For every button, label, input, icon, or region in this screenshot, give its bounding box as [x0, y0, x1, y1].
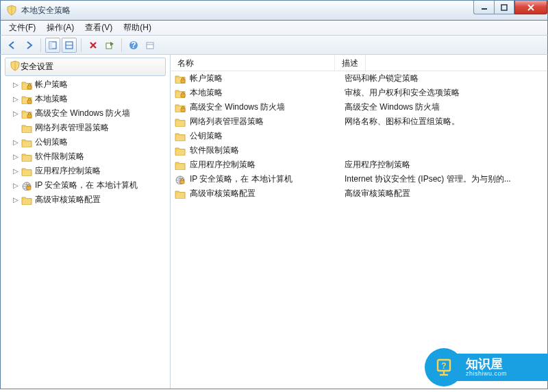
list-cell-name: 高级安全 Windows 防火墙 [188, 101, 342, 113]
tree-item[interactable]: ▷本地策略 [1, 92, 170, 106]
list-cell-name: 软件限制策略 [188, 145, 342, 156]
folder-lock-icon [175, 88, 186, 99]
list-cell-name: 网络列表管理器策略 [188, 116, 342, 127]
list-row[interactable]: 软件限制策略 [171, 143, 547, 158]
expand-icon[interactable]: ▷ [12, 153, 20, 160]
expand-icon[interactable]: ▷ [12, 167, 20, 175]
menu-help[interactable]: 帮助(H) [119, 21, 155, 35]
svg-rect-6 [49, 42, 52, 49]
tree-item-label: 高级审核策略配置 [35, 194, 101, 206]
properties-button[interactable] [142, 38, 158, 53]
list-cell-desc: 应用程序控制策略 [345, 159, 543, 171]
titlebar: 本地安全策略 [0, 0, 548, 21]
list-cell-name: 帐户策略 [188, 73, 342, 84]
folder-icon [175, 145, 186, 156]
tree-item-label: 高级安全 Windows 防火墙 [35, 108, 130, 119]
menu-action[interactable]: 操作(A) [42, 21, 78, 35]
list-row[interactable]: 帐户策略密码和帐户锁定策略 [171, 71, 547, 86]
tree-item[interactable]: 网络列表管理器策略 [1, 121, 170, 135]
column-name[interactable]: 名称 [171, 55, 335, 71]
tree-item-label: 本地策略 [35, 93, 68, 105]
window-controls [473, 1, 547, 16]
tree-item-label: 公钥策略 [35, 136, 68, 148]
tree-item-label: 应用程序控制策略 [35, 165, 101, 177]
svg-rect-12 [147, 42, 153, 49]
list-cell-desc: 高级安全 Windows 防火墙 [345, 101, 543, 113]
toolbar-separator [121, 38, 122, 52]
show-tree-button[interactable] [62, 38, 77, 53]
folder-icon [21, 166, 32, 177]
ipsec-icon [175, 174, 186, 185]
list-cell-name: 本地策略 [188, 87, 342, 99]
tree-item-label: 帐户策略 [35, 79, 68, 90]
app-icon [6, 5, 17, 16]
column-desc[interactable]: 描述 [335, 55, 366, 71]
list-row[interactable]: 高级审核策略配置高级审核策略配置 [171, 186, 547, 201]
tree-root[interactable]: 安全设置 [5, 58, 166, 76]
list-row[interactable]: 公钥策略 [171, 129, 547, 143]
tree-pane[interactable]: 安全设置 ▷帐户策略▷本地策略▷高级安全 Windows 防火墙 网络列表管理器… [1, 55, 171, 389]
expand-icon[interactable]: ▷ [12, 182, 20, 189]
svg-rect-4 [501, 5, 507, 10]
list-cell-desc: 高级审核策略配置 [345, 188, 543, 199]
export-button[interactable] [102, 38, 117, 53]
expand-icon[interactable]: ▷ [12, 95, 20, 103]
list-cell-desc: 密码和帐户锁定策略 [345, 73, 543, 84]
folder-lock-icon [21, 79, 32, 90]
toolbar-separator [81, 38, 82, 52]
tree-item[interactable]: ▷应用程序控制策略 [1, 164, 170, 178]
menu-view[interactable]: 查看(V) [81, 21, 116, 35]
help-button[interactable]: ? [126, 38, 141, 53]
list-cell-desc: 审核、用户权利和安全选项策略 [345, 87, 543, 99]
folder-icon [21, 151, 32, 162]
folder-lock-icon [21, 108, 32, 119]
delete-button[interactable] [86, 38, 101, 53]
tree-item[interactable]: ▷IP 安全策略，在 本地计算机 [1, 178, 170, 193]
back-button[interactable] [5, 38, 20, 53]
close-button[interactable] [514, 1, 547, 14]
tree-item[interactable]: ▷帐户策略 [1, 77, 170, 92]
forward-button[interactable] [21, 38, 36, 53]
folder-lock-icon [175, 73, 186, 84]
list-cell-name: 应用程序控制策略 [188, 159, 342, 171]
content-area: 安全设置 ▷帐户策略▷本地策略▷高级安全 Windows 防火墙 网络列表管理器… [0, 55, 548, 389]
folder-lock-icon [21, 94, 32, 105]
folder-icon [21, 195, 32, 206]
list-cell-name: 公钥策略 [188, 130, 342, 142]
folder-icon [21, 123, 32, 134]
expand-icon[interactable]: ▷ [12, 138, 20, 146]
menu-file[interactable]: 文件(F) [5, 21, 40, 35]
list-row[interactable]: 本地策略审核、用户权利和安全选项策略 [171, 86, 547, 100]
expand-icon[interactable]: ▷ [12, 110, 20, 117]
toolbar-separator [40, 38, 41, 52]
list-cell-name: IP 安全策略，在 本地计算机 [188, 173, 342, 185]
tree-item[interactable]: ▷高级审核策略配置 [1, 193, 170, 207]
tree-item[interactable]: ▷公钥策略 [1, 135, 170, 149]
expand-icon[interactable]: ▷ [12, 81, 20, 88]
folder-icon [175, 131, 186, 142]
tree-item[interactable]: ▷软件限制策略 [1, 149, 170, 164]
list-header: 名称 描述 [171, 55, 547, 71]
folder-icon [21, 137, 32, 148]
menubar: 文件(F) 操作(A) 查看(V) 帮助(H) [0, 21, 548, 36]
svg-text:?: ? [131, 40, 136, 50]
folder-lock-icon [175, 102, 186, 113]
list-cell-desc: 网络名称、图标和位置组策略。 [345, 116, 543, 127]
up-button[interactable] [45, 38, 60, 53]
tree-item-label: 软件限制策略 [35, 151, 84, 162]
tree-item[interactable]: ▷高级安全 Windows 防火墙 [1, 106, 170, 121]
window-title: 本地安全策略 [21, 5, 71, 16]
maximize-button[interactable] [494, 1, 514, 14]
shield-icon [10, 60, 21, 73]
toolbar: ? [0, 36, 548, 55]
list-row[interactable]: 高级安全 Windows 防火墙高级安全 Windows 防火墙 [171, 100, 547, 114]
minimize-button[interactable] [473, 1, 494, 14]
expand-icon[interactable] [12, 124, 20, 132]
list-row[interactable]: 网络列表管理器策略网络名称、图标和位置组策略。 [171, 114, 547, 129]
list-row[interactable]: IP 安全策略，在 本地计算机Internet 协议安全性 (IPsec) 管理… [171, 172, 547, 186]
list-pane[interactable]: 名称 描述 帐户策略密码和帐户锁定策略本地策略审核、用户权利和安全选项策略高级安… [171, 55, 547, 389]
list-cell-desc: Internet 协议安全性 (IPsec) 管理。为与别的... [345, 173, 543, 185]
tree-root-label: 安全设置 [21, 61, 53, 73]
expand-icon[interactable]: ▷ [12, 196, 20, 204]
list-row[interactable]: 应用程序控制策略应用程序控制策略 [171, 158, 547, 172]
